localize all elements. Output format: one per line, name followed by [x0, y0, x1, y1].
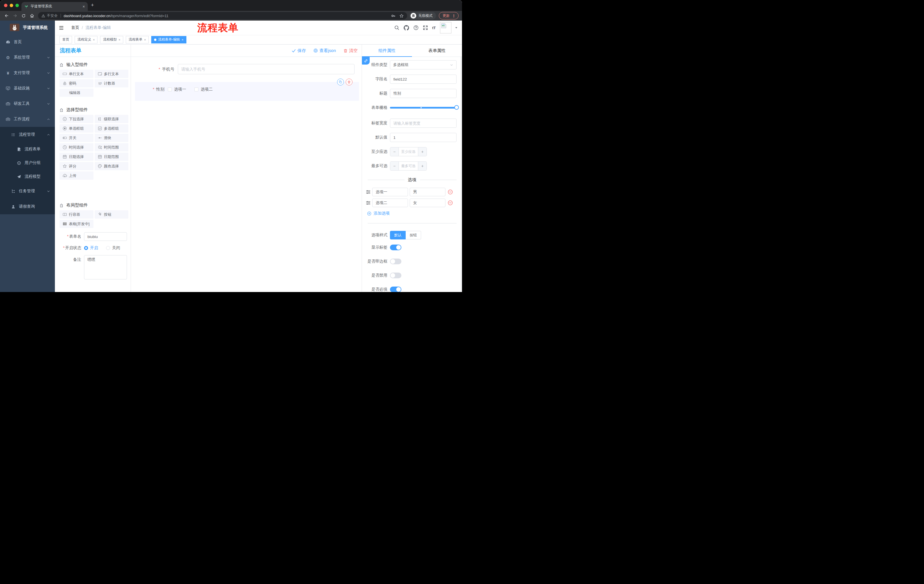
browser-tab[interactable]: 芋道管理系统 × — [21, 2, 88, 11]
option-2-value-input[interactable] — [410, 199, 446, 207]
tag-close-icon[interactable]: × — [118, 38, 120, 41]
increase-button[interactable]: + — [418, 162, 427, 170]
new-tab-button[interactable]: + — [91, 2, 94, 8]
component-chip-counter[interactable]: 计数器 — [95, 79, 129, 87]
component-chip-password[interactable]: 密码 — [59, 79, 94, 87]
checkbox-icon[interactable] — [168, 87, 172, 91]
form-name-input[interactable] — [84, 232, 127, 241]
component-chip-cascader[interactable]: 级联选择 — [95, 115, 129, 123]
checkbox-icon[interactable] — [195, 87, 198, 91]
breadcrumb-home[interactable]: 首页 — [71, 25, 79, 30]
tag-process-model[interactable]: 流程模型× — [100, 36, 123, 43]
field-name-input[interactable] — [390, 74, 457, 84]
tag-close-icon[interactable]: × — [144, 38, 146, 41]
sidebar-item-process-model[interactable]: 流程模型 — [0, 170, 55, 183]
maximize-window-button[interactable] — [15, 4, 19, 7]
address-bar[interactable]: 不安全 dashboard.yudao.iocoder.cn/bpm/manag… — [38, 12, 407, 20]
style-button-button[interactable]: 按钮 — [406, 231, 421, 239]
gender-option-2[interactable]: 选项二 — [195, 87, 213, 92]
view-json-button[interactable]: 查看json — [314, 48, 336, 53]
option-2-label-input[interactable] — [372, 199, 408, 207]
component-chip-rate[interactable]: 评分 — [59, 162, 94, 170]
scrollbar[interactable] — [460, 57, 462, 292]
back-icon[interactable] — [4, 13, 9, 18]
component-chip-button[interactable]: 按钮 — [95, 210, 129, 219]
drag-handle-icon[interactable] — [366, 201, 371, 205]
remove-option-button[interactable] — [448, 200, 453, 206]
sidebar-item-process-form[interactable]: 流程表单 — [0, 142, 55, 156]
browser-menu-icon[interactable]: ⋮ — [452, 14, 456, 18]
sidebar-item-user-group[interactable]: 用户分组 — [0, 156, 55, 170]
component-chip-slider[interactable]: 滑块 — [95, 134, 129, 142]
macos-window-controls[interactable] — [4, 4, 19, 7]
style-default-button[interactable]: 默认 — [390, 231, 406, 239]
slider-track[interactable] — [390, 107, 457, 109]
avatar-caret-down-icon[interactable] — [455, 26, 458, 30]
component-chip-time-picker[interactable]: 时间选择 — [59, 143, 94, 151]
form-remark-textarea[interactable]: 嘿嘿 — [84, 255, 127, 280]
default-value-input[interactable] — [390, 133, 457, 142]
component-chip-select[interactable]: 下拉选择 — [59, 115, 94, 123]
disabled-toggle[interactable] — [390, 273, 401, 278]
component-chip-date-picker[interactable]: 日期选择 — [59, 153, 94, 161]
bookmark-star-icon[interactable] — [399, 14, 404, 18]
reload-icon[interactable] — [21, 14, 26, 18]
url-text[interactable]: dashboard.yudao.iocoder.cn/bpm/manager/f… — [64, 14, 389, 18]
status-radio-on[interactable]: 开启 — [84, 245, 98, 250]
search-icon[interactable] — [394, 25, 399, 30]
forward-icon[interactable] — [13, 13, 17, 18]
sidebar-item-workflow[interactable]: 工作流程 — [0, 112, 55, 127]
tag-close-icon[interactable]: × — [93, 38, 95, 41]
delete-component-button[interactable] — [346, 79, 353, 86]
tag-process-definition[interactable]: 流程定义× — [74, 36, 97, 43]
component-chip-checkbox-group[interactable]: 多选框组 — [95, 124, 129, 133]
tag-home[interactable]: 首页 — [59, 36, 72, 43]
border-toggle[interactable] — [390, 258, 401, 264]
home-icon[interactable] — [30, 13, 34, 18]
component-chip-row-container[interactable]: 行容器 — [59, 210, 94, 219]
form-grid-slider[interactable] — [390, 103, 457, 112]
sidebar-item-payment[interactable]: ¥ 支付管理 — [0, 65, 55, 81]
save-button[interactable]: 保存 — [292, 48, 306, 53]
component-chip-date-range[interactable]: 日期范围 — [95, 153, 129, 161]
password-key-icon[interactable] — [391, 14, 395, 18]
component-chip-table[interactable]: 表格[开发中] — [59, 220, 94, 228]
required-toggle[interactable] — [390, 286, 401, 292]
sidebar-item-leave-query[interactable]: 请假查询 — [0, 199, 55, 214]
title-input[interactable] — [390, 89, 457, 98]
fullscreen-icon[interactable] — [423, 25, 428, 30]
clear-button[interactable]: 清空 — [343, 48, 358, 53]
component-chip-switch[interactable]: 开关 — [59, 134, 94, 142]
add-option-button[interactable]: 添加选项 — [367, 211, 457, 216]
component-chip-multi-text[interactable]: 多行文本 — [95, 70, 129, 78]
help-icon[interactable] — [413, 25, 419, 30]
text-size-icon[interactable]: tT — [432, 26, 436, 30]
canvas-field-phone[interactable]: * 手机号 — [144, 64, 355, 74]
chrome-update-button[interactable]: 更新 ⋮ — [439, 12, 459, 20]
gender-option-1[interactable]: 选项一 — [168, 87, 186, 92]
phone-input[interactable] — [178, 64, 355, 74]
show-label-toggle[interactable] — [390, 245, 401, 250]
tab-component-props[interactable]: 组件属性 — [362, 44, 412, 57]
remove-option-button[interactable] — [448, 189, 453, 194]
label-width-input[interactable] — [390, 118, 457, 128]
sidebar-item-infra[interactable]: 基础设施 — [0, 81, 55, 96]
status-radio-off[interactable]: 关闭 — [106, 245, 120, 250]
slider-handle[interactable] — [454, 105, 459, 110]
sidebar-item-devtools[interactable]: 研发工具 — [0, 96, 55, 112]
component-chip-time-range[interactable]: 时间范围 — [95, 143, 129, 151]
component-type-select[interactable]: 多选框组 — [390, 60, 457, 69]
decrease-button[interactable]: − — [390, 147, 399, 156]
avatar[interactable] — [440, 22, 451, 33]
component-chip-editor[interactable]: 编辑器 — [59, 89, 94, 97]
sidebar-collapse-icon[interactable] — [59, 25, 64, 30]
component-chip-single-text[interactable]: 单行文本 — [59, 70, 94, 78]
component-chip-radio-group[interactable]: 单选框组 — [59, 124, 94, 133]
component-chip-upload[interactable]: 上传 — [59, 171, 94, 180]
min-checked-value[interactable]: 至少应选 — [399, 147, 418, 156]
tag-process-form[interactable]: 流程表单× — [126, 36, 148, 43]
sidebar-item-home[interactable]: 首页 — [0, 34, 55, 50]
component-chip-color-picker[interactable]: 颜色选择 — [95, 162, 129, 170]
increase-button[interactable]: + — [418, 147, 427, 156]
max-checked-value[interactable]: 最多可选 — [399, 162, 418, 170]
